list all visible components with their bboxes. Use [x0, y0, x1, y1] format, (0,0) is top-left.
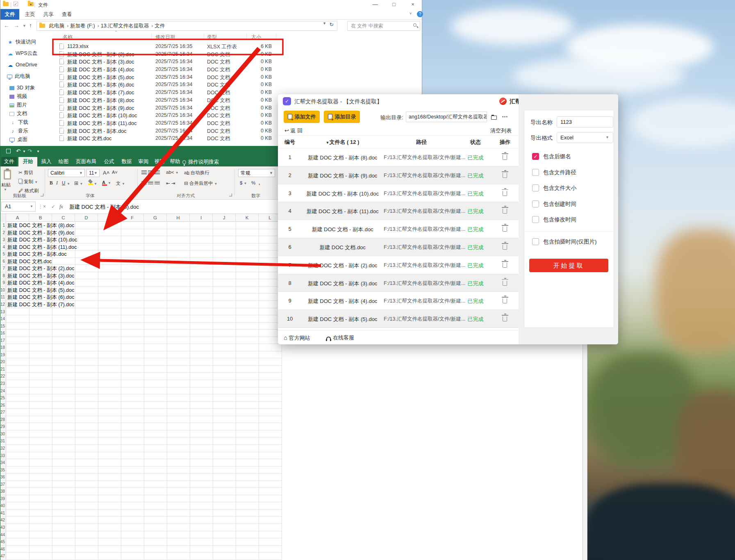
sidebar-item[interactable]: 视频 [0, 92, 58, 100]
breadcrumb-dropdown-icon[interactable]: ▼ [323, 21, 326, 25]
export-name-input[interactable]: 1123 [557, 116, 613, 127]
sidebar-item[interactable]: 文档 [0, 109, 58, 118]
cell-A12[interactable]: 新建 DOC 文档 - 副本 (7).doc [7, 301, 74, 308]
file-name[interactable]: 新建 DOC 文档 - 副本 (3).doc [67, 59, 134, 66]
delete-row-icon[interactable] [503, 209, 507, 214]
tell-me-search[interactable]: 操作说明搜索 [182, 159, 219, 166]
file-row[interactable]: 新建 DOC 文档 - 副本 (3).doc2025/7/25 16:34DOC… [58, 58, 304, 66]
row-number[interactable]: 34 [0, 459, 6, 466]
row-number[interactable]: 43 [0, 524, 6, 531]
column-header-D[interactable]: D [75, 214, 98, 222]
breadcrumb-item[interactable]: 13.汇帮文件名提取器› [101, 21, 153, 30]
row-number[interactable]: 13 [0, 308, 6, 315]
sidebar-item[interactable]: ↓下载 [0, 118, 58, 126]
extract-row[interactable]: 9新建 DOC 文档 - 副本 (4).docF:/13.汇帮文件名提取器/文件… [278, 292, 519, 310]
delete-row-icon[interactable] [503, 316, 507, 321]
excel-grid[interactable]: 1新建 DOC 文档 - 副本 (8).doc2新建 DOC 文档 - 副本 (… [0, 222, 282, 560]
name-box[interactable]: A1▼ [1, 202, 36, 212]
breadcrumb-item[interactable]: 此电脑› [49, 21, 68, 30]
online-support-link[interactable]: 在线客服 [326, 330, 354, 345]
option-checkbox[interactable] [532, 238, 539, 245]
cell-A6[interactable]: 新建 DOC 文档.doc [7, 258, 52, 265]
row-number[interactable]: 16 [0, 330, 6, 337]
maximize-button[interactable]: □ [385, 0, 403, 9]
save-icon[interactable] [6, 149, 11, 153]
row-number[interactable]: 8 [0, 272, 6, 279]
delete-row-icon[interactable] [503, 227, 507, 232]
delete-row-icon[interactable] [503, 245, 507, 250]
cell-A1[interactable]: 新建 DOC 文档 - 副本 (8).doc [7, 222, 74, 229]
file-row[interactable]: 新建 DOC 文档 - 副本 (9).doc2025/7/25 16:34DOC… [58, 104, 304, 112]
recent-dropdown-icon[interactable]: ▼ [23, 24, 26, 28]
clear-list-button[interactable]: 清空列表 [490, 127, 512, 134]
add-file-button[interactable]: 添加文件 [284, 111, 320, 123]
export-option[interactable]: 包含修改时间 [524, 216, 614, 232]
wrap-text-button[interactable]: ab̲ 自动换行 [184, 170, 209, 176]
row-number[interactable]: 35 [0, 467, 6, 473]
option-checkbox[interactable]: ✓ [532, 153, 539, 160]
file-row[interactable]: 新建 DOC 文档 - 副本.doc2025/7/25 16:34DOC 文档0… [58, 127, 304, 135]
file-name[interactable]: 新建 DOC 文档 - 副本 (7).doc [67, 89, 134, 96]
comma-style-button[interactable]: , [259, 180, 260, 185]
redo-icon[interactable]: ↷ [27, 148, 32, 154]
sidebar-item[interactable]: ★快速访问 [0, 38, 58, 46]
column-header-F[interactable]: F [121, 214, 144, 222]
row-number[interactable]: 23 [0, 380, 6, 387]
row-number[interactable]: 17 [0, 337, 6, 344]
row-number[interactable]: 14 [0, 315, 6, 322]
paste-dropdown-icon[interactable]: ▼ [4, 188, 7, 191]
collapse-ribbon-icon[interactable]: ˅ [410, 11, 412, 16]
borders-button[interactable]: ⊞ ▼ [74, 180, 83, 186]
row-number[interactable]: 41 [0, 510, 6, 517]
delete-row-icon[interactable] [503, 281, 507, 286]
cell-A9[interactable]: 新建 DOC 文档 - 副本 (4).doc [7, 280, 74, 287]
explorer-menu-tab[interactable]: 主页 [22, 9, 38, 20]
explorer-menu-tab[interactable]: 查看 [59, 9, 75, 20]
cancel-entry-icon[interactable]: × [43, 204, 46, 209]
column-header-K[interactable]: K [236, 214, 259, 222]
row-number[interactable]: 25 [0, 394, 6, 401]
delete-row-icon[interactable] [503, 173, 507, 178]
row-number[interactable]: 44 [0, 531, 6, 538]
column-name[interactable]: 名称 [63, 34, 73, 41]
row-number[interactable]: 21 [0, 366, 6, 373]
file-name[interactable]: 新建 DOC 文档 - 副本 (2).doc [67, 51, 134, 58]
column-type[interactable]: 类型 [207, 34, 217, 41]
more-options-icon[interactable]: … [502, 112, 508, 118]
row-number[interactable]: 20 [0, 358, 6, 365]
row-number[interactable]: 12 [0, 301, 6, 308]
cell-A2[interactable]: 新建 DOC 文档 - 副本 (9).doc [7, 230, 74, 237]
sidebar-item[interactable]: 桌面 [0, 135, 58, 143]
breadcrumb-item[interactable]: 文件› [155, 21, 165, 30]
column-header-I[interactable]: I [190, 214, 213, 222]
paste-label[interactable]: 粘贴 [1, 182, 11, 188]
undo-dropdown-icon[interactable]: ▼ [23, 150, 26, 153]
row-number[interactable]: 2 [0, 229, 6, 236]
extract-row[interactable]: 5新建 DOC 文档 - 副本.docF:/13.汇帮文件名提取器/文件/新建.… [278, 220, 519, 238]
alignment-dialog-launcher[interactable] [229, 193, 232, 196]
up-icon[interactable]: ↑ [29, 22, 32, 29]
row-number[interactable]: 42 [0, 517, 6, 524]
row-number[interactable]: 1 [0, 222, 6, 229]
breadcrumb-item[interactable]: 新加卷 (F:)› [70, 21, 99, 30]
sidebar-item[interactable]: 此电脑 [0, 72, 58, 80]
row-number[interactable]: 46 [0, 546, 6, 553]
export-option[interactable]: 包含文件路径 [524, 169, 614, 184]
row-number[interactable]: 4 [0, 244, 6, 250]
minimize-button[interactable]: — [366, 0, 384, 9]
cell-A3[interactable]: 新建 DOC 文档 - 副本 (10).doc [7, 237, 77, 244]
row-number[interactable]: 32 [0, 445, 6, 452]
file-name[interactable]: 新建 DOC 文档 - 副本 (5).doc [67, 74, 134, 81]
excel-ribbon-tab[interactable]: 开始 [18, 157, 37, 166]
file-name[interactable]: 新建 DOC 文档 - 副本 (6).doc [67, 82, 134, 89]
cell-A10[interactable]: 新建 DOC 文档 - 副本 (5).doc [7, 287, 74, 294]
confirm-entry-icon[interactable]: ✓ [51, 204, 55, 209]
row-number[interactable]: 6 [0, 258, 6, 265]
sidebar-item[interactable]: 图片 [0, 101, 58, 109]
refresh-icon[interactable]: ↻ [330, 21, 334, 27]
copy-button[interactable]: 复制 ▼ [18, 179, 38, 185]
font-dialog-launcher[interactable] [132, 193, 135, 196]
column-header-E[interactable]: E [98, 214, 121, 222]
excel-ribbon-tab[interactable]: 审阅 [136, 157, 151, 166]
cell-A11[interactable]: 新建 DOC 文档 - 副本 (6).doc [7, 294, 74, 301]
